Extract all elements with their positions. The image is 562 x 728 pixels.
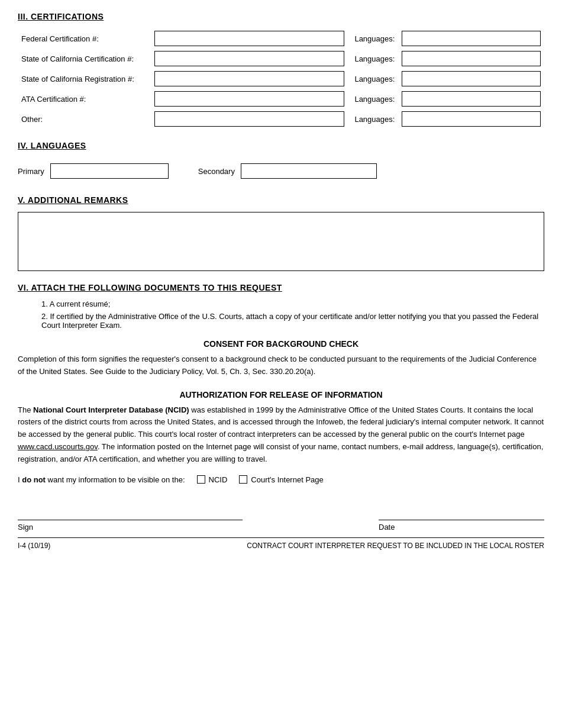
- ata-cert-input[interactable]: [154, 91, 344, 107]
- cert-lang-input-4: [398, 109, 544, 129]
- secondary-label: Secondary: [198, 167, 235, 176]
- other-lang-input[interactable]: [402, 111, 541, 127]
- languages-section: IV. LANGUAGES Primary Secondary: [18, 141, 544, 185]
- cert-lang-input-3: [398, 89, 544, 109]
- cert-input-ata: [151, 89, 347, 109]
- table-row: State of California Certification #: Lan…: [18, 49, 544, 69]
- ca-reg-lang-input[interactable]: [402, 71, 541, 86]
- cert-lang-input-1: [398, 49, 544, 69]
- federal-lang-input[interactable]: [402, 31, 541, 46]
- internet-page-label: Court's Internet Page: [251, 475, 323, 484]
- auth-link: www.cacd.uscourts.gov: [18, 442, 98, 451]
- ata-lang-input[interactable]: [402, 91, 541, 107]
- cert-input-ca-reg: [151, 69, 347, 89]
- table-row: ATA Certification #: Languages:: [18, 89, 544, 109]
- federal-cert-input[interactable]: [154, 31, 344, 46]
- cert-lang-input-0: [398, 28, 544, 49]
- cert-input-other: [151, 109, 347, 129]
- authorization-body: The National Court Interpreter Database …: [18, 404, 544, 466]
- table-row: State of California Registration #: Lang…: [18, 69, 544, 89]
- authorization-title: AUTHORIZATION FOR RELEASE OF INFORMATION: [18, 390, 544, 400]
- ca-reg-input[interactable]: [154, 71, 344, 86]
- cert-lang-label-4: Languages:: [348, 109, 399, 129]
- auth-body-intro: The: [18, 405, 33, 414]
- table-row: Other: Languages:: [18, 109, 544, 129]
- footer-left: I-4 (10/19): [18, 542, 50, 550]
- attach-documents-title: VI. ATTACH THE FOLLOWING DOCUMENTS TO TH…: [18, 283, 544, 292]
- cert-input-federal: [151, 28, 347, 49]
- additional-remarks-section: V. ADDITIONAL REMARKS: [18, 195, 544, 271]
- cert-input-ca-cert: [151, 49, 347, 69]
- primary-language-input[interactable]: [50, 163, 169, 179]
- list-item: 2. If certified by the Administrative Of…: [41, 312, 544, 330]
- languages-row: Primary Secondary: [18, 157, 544, 185]
- attach-list: 1. A current résumé; 2. If certified by …: [41, 299, 544, 330]
- ncid-checkbox-item: NCID: [197, 475, 228, 484]
- ncid-label: NCID: [209, 475, 228, 484]
- certifications-title: III. CERTIFICATIONS: [18, 12, 544, 21]
- secondary-language-input[interactable]: [241, 163, 377, 179]
- signature-line: [18, 520, 243, 520]
- attach-item-1: 1. A current résumé;: [41, 299, 110, 308]
- sign-group: Sign: [18, 520, 243, 531]
- ca-cert-lang-input[interactable]: [402, 51, 541, 66]
- cert-lang-label-0: Languages:: [348, 28, 399, 49]
- other-cert-input[interactable]: [154, 111, 344, 127]
- signature-area: Sign Date: [18, 520, 544, 531]
- checkbox-statement: I do not want my information to be visib…: [18, 475, 185, 484]
- cert-lang-input-2: [398, 69, 544, 89]
- cert-label-other: Other:: [18, 109, 151, 129]
- consent-body: Completion of this form signifies the re…: [18, 353, 544, 378]
- remarks-input-box[interactable]: [18, 212, 544, 271]
- authorization-section: AUTHORIZATION FOR RELEASE OF INFORMATION…: [18, 390, 544, 484]
- checkbox-row: I do not want my information to be visib…: [18, 475, 544, 484]
- consent-section: CONSENT FOR BACKGROUND CHECK Completion …: [18, 339, 544, 378]
- cert-label-federal: Federal Certification #:: [18, 28, 151, 49]
- do-not-bold: do not: [22, 475, 46, 484]
- primary-label: Primary: [18, 167, 44, 176]
- list-item: 1. A current résumé;: [41, 299, 544, 308]
- secondary-group: Secondary: [198, 163, 377, 179]
- cert-lang-label-3: Languages:: [348, 89, 399, 109]
- ca-cert-input[interactable]: [154, 51, 344, 66]
- signature-row: Sign Date: [18, 520, 544, 531]
- sign-label: Sign: [18, 523, 243, 531]
- certifications-table: Federal Certification #: Languages: Stat…: [18, 28, 544, 129]
- cert-lang-label-2: Languages:: [348, 69, 399, 89]
- table-row: Federal Certification #: Languages:: [18, 28, 544, 49]
- date-group: Date: [379, 520, 544, 531]
- cert-label-ca-cert: State of California Certification #:: [18, 49, 151, 69]
- internet-page-checkbox[interactable]: [239, 475, 247, 484]
- footer-center: CONTRACT COURT INTERPRETER REQUEST TO BE…: [247, 542, 544, 550]
- languages-title: IV. LANGUAGES: [18, 141, 544, 150]
- date-label: Date: [379, 523, 544, 531]
- certifications-section: III. CERTIFICATIONS Federal Certificatio…: [18, 12, 544, 129]
- auth-body-bold: National Court Interpreter Database (NCI…: [33, 405, 189, 414]
- internet-page-checkbox-item: Court's Internet Page: [239, 475, 323, 484]
- additional-remarks-title: V. ADDITIONAL REMARKS: [18, 195, 544, 205]
- consent-title: CONSENT FOR BACKGROUND CHECK: [18, 339, 544, 349]
- cert-lang-label-1: Languages:: [348, 49, 399, 69]
- cert-label-ca-reg: State of California Registration #:: [18, 69, 151, 89]
- date-line: [379, 520, 544, 520]
- attach-item-2: 2. If certified by the Administrative Of…: [41, 312, 538, 330]
- ncid-checkbox[interactable]: [197, 475, 205, 484]
- footer: I-4 (10/19) CONTRACT COURT INTERPRETER R…: [18, 537, 544, 550]
- attach-documents-section: VI. ATTACH THE FOLLOWING DOCUMENTS TO TH…: [18, 283, 544, 330]
- cert-label-ata: ATA Certification #:: [18, 89, 151, 109]
